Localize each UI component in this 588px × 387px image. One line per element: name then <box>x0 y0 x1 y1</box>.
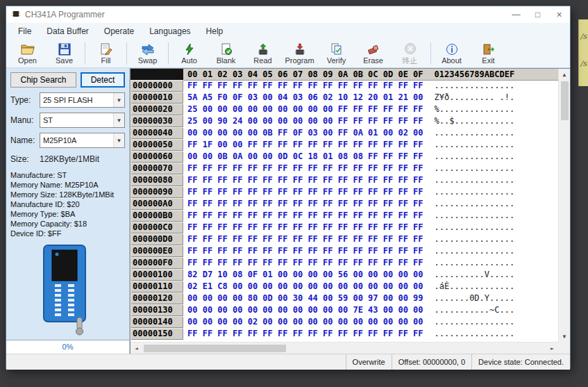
open-folder-button[interactable]: Open <box>9 40 46 67</box>
hex-bytes[interactable]: 82 D7 10 08 0F 01 00 00 00 00 56 00 00 0… <box>187 269 423 281</box>
hex-bytes[interactable]: FF FF FF FF FF FF FF FF FF FF FF FF FF F… <box>187 80 423 92</box>
hex-bytes[interactable]: 25 00 90 24 00 00 00 00 00 00 FF FF FF F… <box>187 115 423 127</box>
hex-bytes[interactable]: FF FF FF FF FF FF FF FF FF FF FF FF FF F… <box>187 257 423 269</box>
hex-bytes[interactable]: FF FF FF FF FF FF FF FF FF FF FF FF FF F… <box>187 233 423 245</box>
name-dropdown-value: M25P10A <box>43 136 76 145</box>
hex-ascii[interactable]: ................ <box>435 210 515 222</box>
close-button[interactable]: × <box>548 6 570 23</box>
hex-bytes[interactable]: FF FF FF FF FF FF FF FF FF FF FF FF FF F… <box>187 174 423 186</box>
type-dropdown-value: 25 SPI FLASH <box>43 96 93 104</box>
hex-bytes[interactable]: FF FF FF FF FF FF FF FF FF FF FF FF FF F… <box>187 163 423 174</box>
verify-button[interactable]: Verify <box>318 40 355 67</box>
hex-bytes[interactable]: 00 00 00 00 02 00 00 00 00 00 00 00 00 0… <box>187 316 423 328</box>
hex-bytes[interactable]: FF FF FF FF FF FF FF FF FF FF FF FF FF F… <box>187 186 423 198</box>
read-button[interactable]: Read <box>244 40 281 67</box>
swap-button[interactable]: Swap <box>129 40 166 67</box>
save-button[interactable]: Save <box>46 40 83 67</box>
hex-ascii[interactable]: ................ <box>435 174 515 186</box>
hex-bytes[interactable]: FF FF FF FF FF FF FF FF FF FF FF FF FF F… <box>187 245 423 257</box>
hex-row: 0000004000 00 00 00 00 0B FF 0F 03 00 FF… <box>131 127 558 139</box>
tool-label: Fill <box>101 56 110 65</box>
hex-ascii[interactable]: ................ <box>435 80 515 92</box>
erase-button[interactable]: Erase <box>355 40 392 67</box>
vertical-scrollbar[interactable]: ▲ ▼ <box>558 69 570 342</box>
hex-bytes[interactable]: 00 00 00 00 00 0B FF 0F 03 00 FF 0A 01 0… <box>187 127 423 139</box>
chip-info-line: Manufacture ID: $20 <box>10 199 125 209</box>
hex-bytes[interactable]: 02 E1 C8 00 00 00 00 00 00 00 00 00 00 0… <box>187 281 423 293</box>
menu-item-data-buffer[interactable]: Data Buffer <box>39 26 96 36</box>
exit-button[interactable]: Exit <box>470 40 507 67</box>
about-button[interactable]: About <box>433 40 470 67</box>
hex-address: 00000030 <box>131 115 183 127</box>
hex-ascii[interactable]: ................ <box>435 316 515 328</box>
manu-dropdown[interactable]: ST▼ <box>40 113 125 128</box>
hex-grid[interactable]: 00000000FF FF FF FF FF FF FF FF FF FF FF… <box>131 80 558 342</box>
hex-ascii[interactable]: ................ <box>435 186 515 198</box>
hex-ascii[interactable]: .áÈ............. <box>435 281 515 293</box>
fill-button[interactable]: Fill <box>87 40 124 67</box>
name-dropdown[interactable]: M25P10A▼ <box>40 133 125 148</box>
hex-ascii[interactable]: .......0D.Y..... <box>435 293 515 304</box>
maximize-button[interactable]: □ <box>527 6 548 23</box>
blank-button[interactable]: Blank <box>208 40 244 67</box>
hex-bytes[interactable]: FF FF FF FF FF FF FF FF FF FF FF FF FF F… <box>187 328 423 340</box>
chip-search-button[interactable]: Chip Search <box>10 72 76 88</box>
scroll-left-icon[interactable]: ◄ <box>131 343 142 354</box>
scroll-right-icon[interactable]: ► <box>546 343 558 354</box>
hex-ascii[interactable]: ...........~C... <box>435 304 515 316</box>
menu-bar: FileData BufferOperateLanguagesHelp <box>6 23 570 40</box>
menu-item-operate[interactable]: Operate <box>96 26 142 36</box>
program-button[interactable]: Program <box>281 40 318 67</box>
hex-address: 00000020 <box>131 104 183 115</box>
hex-ascii[interactable]: ................ <box>435 222 515 233</box>
hex-ascii[interactable]: ................ <box>435 163 515 174</box>
hex-address: 000000F0 <box>131 257 183 269</box>
verify-icon <box>329 42 344 56</box>
hex-ascii[interactable]: ..........V..... <box>435 269 515 281</box>
hex-bytes[interactable]: 25 00 00 00 00 00 00 00 00 00 FF FF FF F… <box>187 104 423 115</box>
tool-label: Exit <box>482 56 494 65</box>
hex-bytes[interactable]: 00 00 00 00 00 00 00 00 00 00 00 7E 43 0… <box>187 304 423 316</box>
hex-ascii[interactable]: ................ <box>435 151 515 163</box>
hex-ascii[interactable]: Z¥ð......... .!. <box>435 92 515 104</box>
hex-ascii[interactable]: ................ <box>435 198 515 210</box>
sticky-note-text: /s <box>579 59 588 68</box>
horizontal-scroll-thumb[interactable] <box>144 345 286 352</box>
minimize-button[interactable]: — <box>505 6 527 23</box>
scroll-up-icon[interactable]: ▲ <box>559 69 571 80</box>
horizontal-scrollbar[interactable]: ◄ ► <box>131 342 558 354</box>
menu-item-file[interactable]: File <box>10 26 39 36</box>
hex-ascii[interactable]: %............... <box>435 104 515 115</box>
hex-ascii[interactable]: ................ <box>435 127 515 139</box>
hex-address: 000000E0 <box>131 245 183 257</box>
hex-bytes[interactable]: 00 00 0B 0A 00 00 0D 0C 18 01 08 08 FF F… <box>187 151 423 163</box>
hex-corner-cell <box>131 69 183 80</box>
hex-bytes[interactable]: 00 00 00 00 80 0D 00 30 44 00 59 00 97 0… <box>187 293 423 304</box>
hex-bytes[interactable]: FF FF FF FF FF FF FF FF FF FF FF FF FF F… <box>187 210 423 222</box>
hex-ascii[interactable]: ................ <box>435 257 515 269</box>
hex-ascii[interactable]: ................ <box>435 139 515 151</box>
hex-bytes[interactable]: 5A A5 F0 0F 03 00 04 03 06 02 10 12 20 0… <box>187 92 423 104</box>
hex-ascii[interactable]: ................ <box>435 245 515 257</box>
chevron-down-icon: ▼ <box>113 113 124 127</box>
hex-row: 000000A0FF FF FF FF FF FF FF FF FF FF FF… <box>131 198 558 210</box>
vertical-scroll-thumb[interactable] <box>561 81 569 120</box>
auto-button[interactable]: Auto <box>171 40 208 67</box>
hex-ascii[interactable]: ................ <box>435 328 515 340</box>
desktop-background: /s /s CH341A Programmer — □ × FileData B… <box>0 0 588 387</box>
type-dropdown[interactable]: 25 SPI FLASH▼ <box>40 92 125 108</box>
hex-ascii[interactable]: %..$............ <box>435 115 515 127</box>
hex-address: 00000070 <box>131 163 183 174</box>
hex-row: 00000000FF FF FF FF FF FF FF FF FF FF FF… <box>131 80 558 92</box>
manu-label: Manu: <box>10 115 40 125</box>
detect-button[interactable]: Detect <box>81 72 125 88</box>
hex-bytes[interactable]: FF 1F 00 00 FF FF FF FF FF FF FF FF FF F… <box>187 139 423 151</box>
menu-item-languages[interactable]: Languages <box>142 26 198 36</box>
window-title: CH341A Programmer <box>25 10 105 19</box>
menu-item-help[interactable]: Help <box>199 26 231 36</box>
hex-ascii[interactable]: ................ <box>435 233 515 245</box>
hex-bytes[interactable]: FF FF FF FF FF FF FF FF FF FF FF FF FF F… <box>187 222 423 233</box>
hex-address: 00000000 <box>131 80 183 92</box>
scroll-down-icon[interactable]: ▼ <box>559 331 571 342</box>
hex-bytes[interactable]: FF FF FF FF FF FF FF FF FF FF FF FF FF F… <box>187 198 423 210</box>
